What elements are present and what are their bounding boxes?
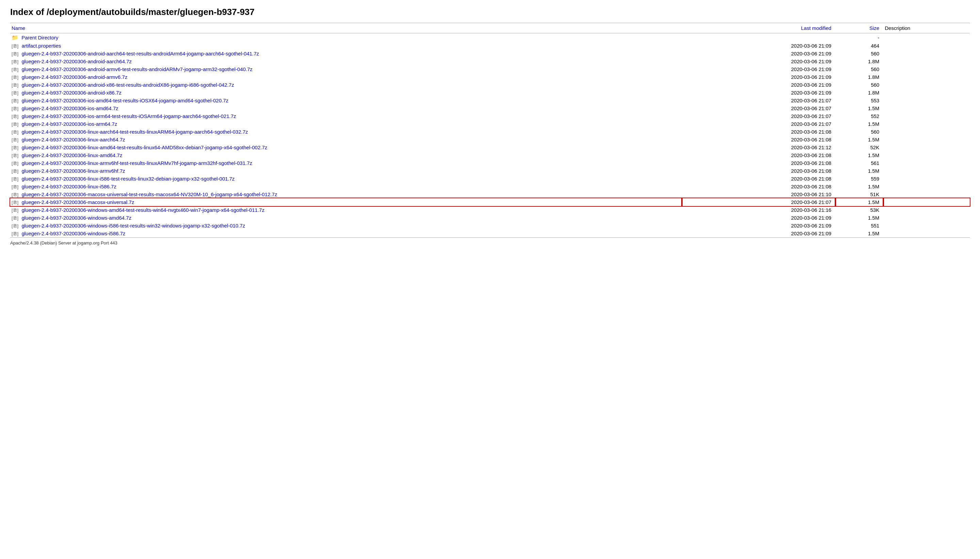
file-icon: [🖹] bbox=[12, 223, 18, 228]
file-icon: [🖹] bbox=[12, 91, 18, 96]
file-icon: [🖹] bbox=[12, 145, 18, 150]
file-icon: [🖹] bbox=[12, 177, 18, 182]
file-link[interactable]: gluegen-2.4-b937-20200306-windows-amd64.… bbox=[22, 215, 131, 221]
file-modified: 2020-03-06 21:08 bbox=[682, 167, 836, 175]
file-desc bbox=[883, 144, 970, 151]
table-row: [🖹] gluegen-2.4-b937-20200306-windows-am… bbox=[10, 214, 970, 222]
file-modified: 2020-03-06 21:09 bbox=[682, 73, 836, 81]
file-link[interactable]: gluegen-2.4-b937-20200306-windows-amd64-… bbox=[22, 207, 264, 213]
file-name-cell: [🖹] gluegen-2.4-b937-20200306-ios-arm64.… bbox=[10, 120, 682, 128]
file-desc bbox=[883, 190, 970, 198]
file-desc bbox=[883, 175, 970, 183]
file-link[interactable]: gluegen-2.4-b937-20200306-android-x86-te… bbox=[22, 82, 234, 88]
file-name-cell: [🖹] gluegen-2.4-b937-20200306-windows-am… bbox=[10, 214, 682, 222]
file-modified: 2020-03-06 21:10 bbox=[682, 190, 836, 198]
file-link[interactable]: gluegen-2.4-b937-20200306-linux-amd64.7z bbox=[22, 152, 122, 158]
file-name-cell: [🖹] gluegen-2.4-b937-20200306-linux-i586… bbox=[10, 183, 682, 190]
file-desc bbox=[883, 214, 970, 222]
file-size: 553 bbox=[836, 97, 883, 104]
file-name-cell: [🖹] gluegen-2.4-b937-20200306-ios-amd64.… bbox=[10, 104, 682, 112]
file-link[interactable]: gluegen-2.4-b937-20200306-linux-i586-tes… bbox=[22, 176, 234, 182]
file-link[interactable]: gluegen-2.4-b937-20200306-ios-amd64-test… bbox=[22, 98, 228, 103]
file-desc bbox=[883, 81, 970, 89]
file-link[interactable]: gluegen-2.4-b937-20200306-ios-arm64.7z bbox=[22, 121, 117, 127]
file-link[interactable]: gluegen-2.4-b937-20200306-linux-armv6hf-… bbox=[22, 160, 252, 166]
table-row: [🖹] artifact.properties 2020-03-06 21:09… bbox=[10, 42, 970, 50]
file-size: 1.8M bbox=[836, 58, 883, 65]
file-size: 1.8M bbox=[836, 73, 883, 81]
parent-directory-link[interactable]: Parent Directory bbox=[22, 35, 58, 40]
page-title: Index of /deployment/autobuilds/master/g… bbox=[10, 7, 970, 17]
file-modified: 2020-03-06 21:08 bbox=[682, 136, 836, 144]
col-header-size: Size bbox=[836, 23, 883, 33]
file-desc bbox=[883, 89, 970, 97]
file-desc bbox=[883, 128, 970, 136]
file-link[interactable]: gluegen-2.4-b937-20200306-android-aarch6… bbox=[22, 51, 259, 56]
table-row: [🖹] gluegen-2.4-b937-20200306-ios-arm64.… bbox=[10, 120, 970, 128]
file-desc bbox=[883, 73, 970, 81]
file-link[interactable]: gluegen-2.4-b937-20200306-linux-i586.7z bbox=[22, 184, 116, 189]
col-header-name: Name bbox=[10, 23, 682, 33]
file-name-cell: [🖹] gluegen-2.4-b937-20200306-macosx-uni… bbox=[10, 198, 682, 206]
file-size: 1.5M bbox=[836, 230, 883, 238]
modified-sort-link[interactable]: Last modified bbox=[801, 25, 831, 31]
table-row: [🖹] gluegen-2.4-b937-20200306-android-aa… bbox=[10, 50, 970, 58]
size-sort-link[interactable]: Size bbox=[869, 25, 879, 31]
file-name-cell: [🖹] gluegen-2.4-b937-20200306-android-ar… bbox=[10, 73, 682, 81]
file-modified: 2020-03-06 21:08 bbox=[682, 128, 836, 136]
file-link[interactable]: gluegen-2.4-b937-20200306-android-aarch6… bbox=[22, 58, 132, 64]
file-link[interactable]: gluegen-2.4-b937-20200306-macosx-univers… bbox=[22, 192, 277, 197]
file-icon: [🖹] bbox=[12, 114, 18, 119]
file-icon: [🖹] bbox=[12, 122, 18, 127]
file-link[interactable]: gluegen-2.4-b937-20200306-windows-i586.7… bbox=[22, 230, 125, 237]
file-size: 559 bbox=[836, 175, 883, 183]
file-name-cell: [🖹] gluegen-2.4-b937-20200306-android-aa… bbox=[10, 50, 682, 58]
name-sort-link[interactable]: Name bbox=[12, 25, 25, 31]
file-size: 560 bbox=[836, 128, 883, 136]
file-icon: [🖹] bbox=[12, 43, 18, 49]
file-link[interactable]: gluegen-2.4-b937-20200306-windows-i586-t… bbox=[22, 223, 245, 228]
file-link[interactable]: gluegen-2.4-b937-20200306-macosx-univers… bbox=[22, 199, 134, 205]
file-name-cell: [🖹] gluegen-2.4-b937-20200306-android-ar… bbox=[10, 65, 682, 73]
file-link[interactable]: gluegen-2.4-b937-20200306-linux-armv6hf.… bbox=[22, 168, 125, 174]
file-desc bbox=[883, 198, 970, 206]
table-row: [🖹] gluegen-2.4-b937-20200306-linux-aarc… bbox=[10, 128, 970, 136]
table-row: [🖹] gluegen-2.4-b937-20200306-android-ar… bbox=[10, 65, 970, 73]
file-name-cell: [🖹] gluegen-2.4-b937-20200306-linux-i586… bbox=[10, 175, 682, 183]
file-modified: 2020-03-06 21:07 bbox=[682, 97, 836, 104]
col-header-description: Description bbox=[883, 23, 970, 33]
file-modified: 2020-03-06 21:09 bbox=[682, 230, 836, 238]
file-size: 1.5M bbox=[836, 183, 883, 190]
file-icon: [🖹] bbox=[12, 161, 18, 166]
file-name-cell: [🖹] gluegen-2.4-b937-20200306-windows-am… bbox=[10, 206, 682, 214]
file-size: 1.8M bbox=[836, 89, 883, 97]
file-name-cell: [🖹] gluegen-2.4-b937-20200306-linux-armv… bbox=[10, 159, 682, 167]
file-modified: 2020-03-06 21:09 bbox=[682, 65, 836, 73]
file-link[interactable]: gluegen-2.4-b937-20200306-linux-aarch64.… bbox=[22, 137, 125, 142]
file-desc bbox=[883, 159, 970, 167]
file-size: 551 bbox=[836, 222, 883, 230]
file-icon: [🖹] bbox=[12, 83, 18, 88]
file-name-cell: [🖹] gluegen-2.4-b937-20200306-linux-amd6… bbox=[10, 151, 682, 159]
file-link[interactable]: gluegen-2.4-b937-20200306-android-x86.7z bbox=[22, 90, 121, 96]
table-row: [🖹] gluegen-2.4-b937-20200306-linux-amd6… bbox=[10, 151, 970, 159]
file-link[interactable]: gluegen-2.4-b937-20200306-android-armv6.… bbox=[22, 74, 127, 80]
footer-text: Apache/2.4.38 (Debian) Server at jogamp.… bbox=[10, 238, 970, 246]
file-modified: 2020-03-06 21:07 bbox=[682, 120, 836, 128]
table-row: [🖹] gluegen-2.4-b937-20200306-macosx-uni… bbox=[10, 190, 970, 198]
file-link[interactable]: gluegen-2.4-b937-20200306-ios-amd64.7z bbox=[22, 106, 118, 111]
file-link[interactable]: gluegen-2.4-b937-20200306-linux-amd64-te… bbox=[22, 144, 267, 150]
file-link[interactable]: artifact.properties bbox=[22, 43, 61, 49]
file-desc bbox=[883, 120, 970, 128]
file-name-cell: [🖹] gluegen-2.4-b937-20200306-windows-i5… bbox=[10, 230, 682, 238]
file-size: 51K bbox=[836, 190, 883, 198]
file-icon: [🖹] bbox=[12, 51, 18, 56]
file-link[interactable]: gluegen-2.4-b937-20200306-android-armv6-… bbox=[22, 66, 252, 72]
file-size: 1.5M bbox=[836, 120, 883, 128]
folder-icon: 📁 bbox=[12, 34, 18, 41]
file-icon: [🖹] bbox=[12, 98, 18, 103]
file-link[interactable]: gluegen-2.4-b937-20200306-ios-arm64-test… bbox=[22, 113, 236, 119]
file-link[interactable]: gluegen-2.4-b937-20200306-linux-aarch64-… bbox=[22, 129, 248, 135]
file-modified: 2020-03-06 21:09 bbox=[682, 214, 836, 222]
file-modified: 2020-03-06 21:09 bbox=[682, 50, 836, 58]
